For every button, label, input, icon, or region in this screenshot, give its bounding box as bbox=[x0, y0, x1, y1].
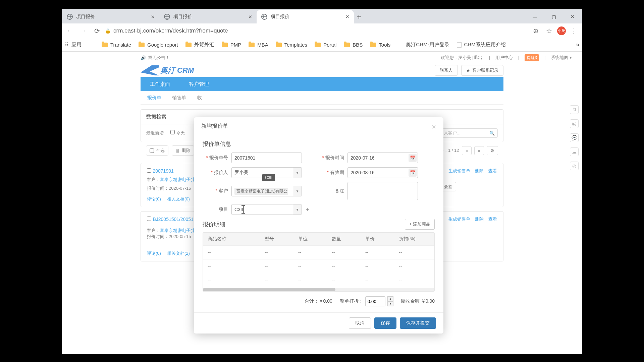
tooltip: C3II bbox=[262, 174, 275, 181]
profile-avatar[interactable]: 小曼 bbox=[557, 26, 566, 35]
discount-input[interactable] bbox=[365, 296, 385, 306]
folder-icon bbox=[222, 43, 228, 47]
bookmark-bbs[interactable]: BBS bbox=[344, 42, 363, 48]
remark-textarea[interactable] bbox=[347, 182, 418, 200]
globe-icon bbox=[164, 14, 170, 20]
save-button[interactable]: 保存 bbox=[374, 317, 396, 329]
bookmark-google-report[interactable]: Google report bbox=[139, 42, 178, 48]
bookmark-tools[interactable]: Tools bbox=[370, 42, 390, 48]
col-qty: 数量 bbox=[327, 236, 361, 242]
maximize-button[interactable]: ▢ bbox=[544, 10, 563, 23]
bookmark-crm-login[interactable]: 奥汀CRM-用户登录 bbox=[398, 42, 449, 48]
bookmark-mba[interactable]: MBA bbox=[249, 42, 268, 48]
bookmark-crm-intro[interactable]: CRM系统应用介绍 bbox=[457, 42, 506, 48]
folder-icon bbox=[139, 43, 145, 47]
browser-tabbar: 项目报价× 项目报价× 项目报价× + — ▢ ✕ bbox=[62, 9, 582, 23]
tab-1[interactable]: 项目报价× bbox=[159, 10, 257, 23]
apps-button[interactable]: ⠿应用 bbox=[65, 42, 82, 48]
globe-icon bbox=[67, 14, 73, 20]
customer-chip: 富泰京精密电子(北京)有限公司× bbox=[234, 188, 288, 195]
new-quote-modal: 新增报价单 × 报价单信息 *报价单号 *报价时间 📅 bbox=[194, 117, 443, 334]
tab-2[interactable]: 项目报价× bbox=[257, 10, 354, 23]
modal-close-button[interactable]: × bbox=[432, 123, 436, 131]
globe-icon bbox=[89, 42, 94, 48]
valid-until-input[interactable] bbox=[347, 167, 418, 178]
table-row: ------------ bbox=[203, 273, 434, 287]
add-project-button[interactable]: + bbox=[305, 206, 311, 213]
spinner-up[interactable]: ▲ bbox=[387, 296, 393, 301]
col-model: 型号 bbox=[260, 236, 293, 242]
cancel-button[interactable]: 取消 bbox=[349, 317, 371, 329]
table-row: ------------ bbox=[203, 245, 434, 259]
close-icon[interactable]: × bbox=[151, 13, 155, 20]
page-icon bbox=[457, 42, 462, 48]
folder-icon bbox=[370, 43, 376, 47]
globe-icon bbox=[261, 14, 267, 20]
col-name: 商品名称 bbox=[203, 236, 260, 242]
back-button[interactable]: ← bbox=[65, 25, 75, 36]
chevron-down-icon: ▼ bbox=[293, 204, 302, 215]
forward-button[interactable]: → bbox=[78, 25, 89, 36]
table-row: ------------ bbox=[203, 259, 434, 273]
save-submit-button[interactable]: 保存并提交 bbox=[400, 317, 436, 329]
folder-icon bbox=[344, 43, 350, 47]
address-bar: ← → ⟳ 🔒crm.east-bj.com/okcrm/desk.htm?fr… bbox=[62, 23, 582, 38]
close-icon[interactable]: × bbox=[248, 13, 252, 20]
bookmark-translate[interactable]: Translate bbox=[102, 42, 131, 48]
star-icon[interactable]: ☆ bbox=[544, 25, 554, 36]
calendar-icon[interactable]: 📅 bbox=[409, 169, 417, 177]
tab-0[interactable]: 项目报价× bbox=[62, 10, 159, 23]
bookmark-portal[interactable]: Portal bbox=[315, 42, 336, 48]
bookmark-forex[interactable]: 外贸外汇 bbox=[185, 42, 214, 48]
close-icon[interactable]: × bbox=[345, 13, 349, 20]
quote-no-input[interactable] bbox=[231, 153, 302, 163]
bookmarks-bar: ⠿应用 Translate Google report 外贸外汇 PMP MBA… bbox=[62, 38, 582, 52]
bookmark-globe[interactable] bbox=[89, 42, 94, 48]
chevron-down-icon: ▼ bbox=[293, 186, 302, 196]
folder-icon bbox=[315, 43, 321, 47]
menu-button[interactable]: ⋮ bbox=[569, 25, 579, 36]
chevron-down-icon: ▼ bbox=[293, 168, 302, 178]
folder-icon bbox=[249, 43, 255, 47]
zoom-icon[interactable]: ⊕ bbox=[530, 25, 541, 36]
new-tab-button[interactable]: + bbox=[354, 12, 364, 23]
modal-title: 新增报价单 bbox=[201, 123, 228, 131]
section-quote-info: 报价单信息 bbox=[203, 140, 435, 148]
bookmark-overflow[interactable]: » bbox=[576, 41, 579, 48]
bookmark-templates[interactable]: Templates bbox=[276, 42, 307, 48]
url-field[interactable]: 🔒crm.east-bj.com/okcrm/desk.htm?from=quo… bbox=[105, 27, 528, 34]
close-window-button[interactable]: ✕ bbox=[563, 10, 582, 23]
minimize-button[interactable]: — bbox=[526, 10, 544, 23]
folder-icon bbox=[185, 43, 192, 47]
col-unit: 单位 bbox=[293, 236, 327, 242]
text-cursor-icon bbox=[243, 206, 244, 213]
col-discount: 折扣(%) bbox=[394, 236, 431, 242]
spinner-down[interactable]: ▼ bbox=[387, 301, 393, 306]
lock-icon: 🔒 bbox=[105, 28, 111, 34]
customer-select[interactable]: 富泰京精密电子(北京)有限公司× ▼ bbox=[231, 186, 302, 196]
col-price: 单价 bbox=[361, 236, 394, 242]
section-quote-detail: 报价明细 bbox=[203, 221, 225, 228]
summary-row: 合计：￥0.00 整单打折： ▲▼ 应收金额 ￥0.00 bbox=[203, 296, 435, 306]
reload-button[interactable]: ⟳ bbox=[92, 25, 102, 36]
quote-items-table: 商品名称 型号 单位 数量 单价 折扣(%) ------------ ----… bbox=[203, 232, 435, 292]
folder-icon bbox=[102, 43, 108, 47]
quote-time-input[interactable] bbox=[347, 153, 418, 163]
folder-icon bbox=[276, 43, 282, 47]
window-controls: — ▢ ✕ bbox=[526, 10, 582, 23]
bookmark-pmp[interactable]: PMP bbox=[222, 42, 241, 48]
table-scrollbar[interactable] bbox=[203, 288, 434, 291]
add-goods-button[interactable]: + 添加商品 bbox=[405, 219, 435, 230]
calendar-icon[interactable]: 📅 bbox=[409, 154, 417, 162]
globe-icon bbox=[398, 42, 403, 48]
